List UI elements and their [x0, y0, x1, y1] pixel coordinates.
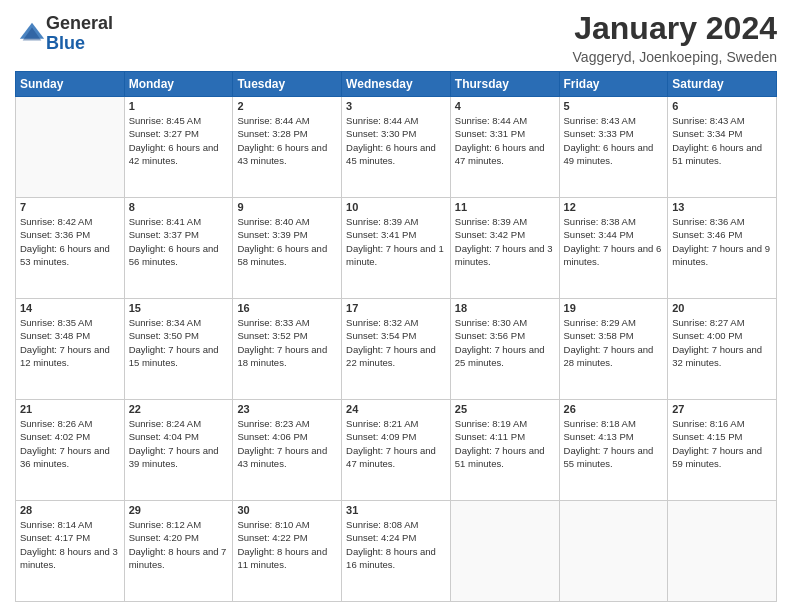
table-row: 28Sunrise: 8:14 AMSunset: 4:17 PMDayligh… — [16, 501, 125, 602]
calendar-week-1: 7Sunrise: 8:42 AMSunset: 3:36 PMDaylight… — [16, 198, 777, 299]
day-number: 15 — [129, 302, 229, 314]
day-info: Sunrise: 8:24 AMSunset: 4:04 PMDaylight:… — [129, 417, 229, 470]
day-info: Sunrise: 8:43 AMSunset: 3:34 PMDaylight:… — [672, 114, 772, 167]
calendar-header: Sunday Monday Tuesday Wednesday Thursday… — [16, 72, 777, 97]
day-info: Sunrise: 8:43 AMSunset: 3:33 PMDaylight:… — [564, 114, 664, 167]
day-number: 1 — [129, 100, 229, 112]
table-row: 23Sunrise: 8:23 AMSunset: 4:06 PMDayligh… — [233, 400, 342, 501]
day-info: Sunrise: 8:39 AMSunset: 3:41 PMDaylight:… — [346, 215, 446, 268]
day-info: Sunrise: 8:29 AMSunset: 3:58 PMDaylight:… — [564, 316, 664, 369]
day-info: Sunrise: 8:45 AMSunset: 3:27 PMDaylight:… — [129, 114, 229, 167]
table-row: 14Sunrise: 8:35 AMSunset: 3:48 PMDayligh… — [16, 299, 125, 400]
table-row: 29Sunrise: 8:12 AMSunset: 4:20 PMDayligh… — [124, 501, 233, 602]
day-number: 21 — [20, 403, 120, 415]
logo: General Blue — [15, 14, 113, 54]
title-block: January 2024 Vaggeryd, Joenkoeping, Swed… — [573, 10, 777, 65]
day-info: Sunrise: 8:41 AMSunset: 3:37 PMDaylight:… — [129, 215, 229, 268]
table-row — [668, 501, 777, 602]
col-friday: Friday — [559, 72, 668, 97]
logo-general-text: General — [46, 14, 113, 34]
day-info: Sunrise: 8:44 AMSunset: 3:31 PMDaylight:… — [455, 114, 555, 167]
table-row: 31Sunrise: 8:08 AMSunset: 4:24 PMDayligh… — [342, 501, 451, 602]
day-number: 5 — [564, 100, 664, 112]
day-info: Sunrise: 8:35 AMSunset: 3:48 PMDaylight:… — [20, 316, 120, 369]
table-row: 25Sunrise: 8:19 AMSunset: 4:11 PMDayligh… — [450, 400, 559, 501]
table-row — [559, 501, 668, 602]
table-row: 2Sunrise: 8:44 AMSunset: 3:28 PMDaylight… — [233, 97, 342, 198]
calendar-week-0: 1Sunrise: 8:45 AMSunset: 3:27 PMDaylight… — [16, 97, 777, 198]
table-row: 4Sunrise: 8:44 AMSunset: 3:31 PMDaylight… — [450, 97, 559, 198]
day-info: Sunrise: 8:44 AMSunset: 3:28 PMDaylight:… — [237, 114, 337, 167]
table-row: 12Sunrise: 8:38 AMSunset: 3:44 PMDayligh… — [559, 198, 668, 299]
col-sunday: Sunday — [16, 72, 125, 97]
day-info: Sunrise: 8:42 AMSunset: 3:36 PMDaylight:… — [20, 215, 120, 268]
col-wednesday: Wednesday — [342, 72, 451, 97]
table-row: 1Sunrise: 8:45 AMSunset: 3:27 PMDaylight… — [124, 97, 233, 198]
day-number: 30 — [237, 504, 337, 516]
page: General Blue January 2024 Vaggeryd, Joen… — [0, 0, 792, 612]
day-number: 23 — [237, 403, 337, 415]
calendar-week-3: 21Sunrise: 8:26 AMSunset: 4:02 PMDayligh… — [16, 400, 777, 501]
day-number: 18 — [455, 302, 555, 314]
day-number: 19 — [564, 302, 664, 314]
day-info: Sunrise: 8:14 AMSunset: 4:17 PMDaylight:… — [20, 518, 120, 571]
table-row: 17Sunrise: 8:32 AMSunset: 3:54 PMDayligh… — [342, 299, 451, 400]
main-title: January 2024 — [573, 10, 777, 47]
day-info: Sunrise: 8:23 AMSunset: 4:06 PMDaylight:… — [237, 417, 337, 470]
table-row: 24Sunrise: 8:21 AMSunset: 4:09 PMDayligh… — [342, 400, 451, 501]
calendar-body: 1Sunrise: 8:45 AMSunset: 3:27 PMDaylight… — [16, 97, 777, 602]
table-row: 6Sunrise: 8:43 AMSunset: 3:34 PMDaylight… — [668, 97, 777, 198]
day-info: Sunrise: 8:34 AMSunset: 3:50 PMDaylight:… — [129, 316, 229, 369]
day-info: Sunrise: 8:39 AMSunset: 3:42 PMDaylight:… — [455, 215, 555, 268]
day-info: Sunrise: 8:36 AMSunset: 3:46 PMDaylight:… — [672, 215, 772, 268]
table-row: 20Sunrise: 8:27 AMSunset: 4:00 PMDayligh… — [668, 299, 777, 400]
col-thursday: Thursday — [450, 72, 559, 97]
table-row — [450, 501, 559, 602]
table-row: 19Sunrise: 8:29 AMSunset: 3:58 PMDayligh… — [559, 299, 668, 400]
day-number: 12 — [564, 201, 664, 213]
day-info: Sunrise: 8:33 AMSunset: 3:52 PMDaylight:… — [237, 316, 337, 369]
table-row: 22Sunrise: 8:24 AMSunset: 4:04 PMDayligh… — [124, 400, 233, 501]
header: General Blue January 2024 Vaggeryd, Joen… — [15, 10, 777, 65]
day-number: 13 — [672, 201, 772, 213]
day-info: Sunrise: 8:19 AMSunset: 4:11 PMDaylight:… — [455, 417, 555, 470]
calendar-table: Sunday Monday Tuesday Wednesday Thursday… — [15, 71, 777, 602]
table-row: 9Sunrise: 8:40 AMSunset: 3:39 PMDaylight… — [233, 198, 342, 299]
day-number: 27 — [672, 403, 772, 415]
table-row: 27Sunrise: 8:16 AMSunset: 4:15 PMDayligh… — [668, 400, 777, 501]
calendar-week-2: 14Sunrise: 8:35 AMSunset: 3:48 PMDayligh… — [16, 299, 777, 400]
day-info: Sunrise: 8:32 AMSunset: 3:54 PMDaylight:… — [346, 316, 446, 369]
day-info: Sunrise: 8:16 AMSunset: 4:15 PMDaylight:… — [672, 417, 772, 470]
table-row: 15Sunrise: 8:34 AMSunset: 3:50 PMDayligh… — [124, 299, 233, 400]
day-info: Sunrise: 8:26 AMSunset: 4:02 PMDaylight:… — [20, 417, 120, 470]
day-number: 7 — [20, 201, 120, 213]
day-number: 14 — [20, 302, 120, 314]
table-row: 8Sunrise: 8:41 AMSunset: 3:37 PMDaylight… — [124, 198, 233, 299]
table-row: 16Sunrise: 8:33 AMSunset: 3:52 PMDayligh… — [233, 299, 342, 400]
table-row: 13Sunrise: 8:36 AMSunset: 3:46 PMDayligh… — [668, 198, 777, 299]
calendar-week-4: 28Sunrise: 8:14 AMSunset: 4:17 PMDayligh… — [16, 501, 777, 602]
day-number: 4 — [455, 100, 555, 112]
col-monday: Monday — [124, 72, 233, 97]
subtitle: Vaggeryd, Joenkoeping, Sweden — [573, 49, 777, 65]
day-number: 3 — [346, 100, 446, 112]
day-number: 9 — [237, 201, 337, 213]
table-row: 5Sunrise: 8:43 AMSunset: 3:33 PMDaylight… — [559, 97, 668, 198]
day-number: 20 — [672, 302, 772, 314]
logo-icon — [18, 20, 46, 48]
table-row: 26Sunrise: 8:18 AMSunset: 4:13 PMDayligh… — [559, 400, 668, 501]
day-number: 16 — [237, 302, 337, 314]
table-row: 30Sunrise: 8:10 AMSunset: 4:22 PMDayligh… — [233, 501, 342, 602]
day-number: 31 — [346, 504, 446, 516]
col-saturday: Saturday — [668, 72, 777, 97]
day-number: 26 — [564, 403, 664, 415]
day-info: Sunrise: 8:21 AMSunset: 4:09 PMDaylight:… — [346, 417, 446, 470]
day-number: 8 — [129, 201, 229, 213]
col-tuesday: Tuesday — [233, 72, 342, 97]
table-row: 10Sunrise: 8:39 AMSunset: 3:41 PMDayligh… — [342, 198, 451, 299]
table-row: 21Sunrise: 8:26 AMSunset: 4:02 PMDayligh… — [16, 400, 125, 501]
logo-text: General Blue — [46, 14, 113, 54]
table-row: 11Sunrise: 8:39 AMSunset: 3:42 PMDayligh… — [450, 198, 559, 299]
table-row — [16, 97, 125, 198]
day-info: Sunrise: 8:40 AMSunset: 3:39 PMDaylight:… — [237, 215, 337, 268]
